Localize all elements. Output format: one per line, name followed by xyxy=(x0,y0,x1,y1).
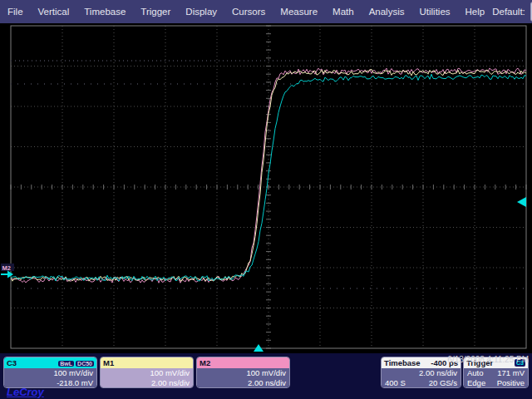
menu-items: FileVerticalTimebaseTriggerDisplayCursor… xyxy=(0,0,492,23)
datetime-label: 6/13/2008 4:11:25 PM xyxy=(447,355,529,364)
waveform-display: M2 xyxy=(0,23,532,353)
trace-c3 xyxy=(11,74,526,281)
menu-item-display[interactable]: Display xyxy=(178,0,224,23)
channel-m1-line1: 100 mV/div xyxy=(104,368,190,378)
menu-item-cursors[interactable]: Cursors xyxy=(224,0,273,23)
graticule xyxy=(11,26,526,348)
channel-descriptor-m1[interactable]: M1100 mV/div2.00 ns/div xyxy=(100,357,194,388)
channel-id-label: C3 xyxy=(7,358,17,367)
menu-item-math[interactable]: Math xyxy=(325,0,362,23)
timebase-scale: 2.00 ns/div xyxy=(385,368,457,378)
menu-right: Default: Undo ↶ xyxy=(492,2,532,22)
channel-badge-dc50: DC50 xyxy=(76,361,94,367)
channel-header-c3: C3BwLDC50 xyxy=(4,357,96,368)
channel-m2-line2: 2.00 ns/div xyxy=(200,378,286,388)
trigger-level: 171 mV xyxy=(497,368,525,378)
channel-descriptor-m2[interactable]: M2100 mV/div2.00 ns/div xyxy=(196,357,290,388)
trigger-type: Edge xyxy=(467,378,485,388)
menu-item-utilities[interactable]: Utilities xyxy=(411,0,457,23)
channel-badge-bwl: BwL xyxy=(58,361,74,367)
channel-c3-line1: 100 mV/div xyxy=(7,368,93,378)
channel-body-m1: 100 mV/div2.00 ns/div xyxy=(101,368,193,388)
menu-item-file[interactable]: File xyxy=(0,0,31,23)
menu-item-measure[interactable]: Measure xyxy=(273,0,325,23)
channel-header-m2: M2 xyxy=(197,357,289,368)
channel-header-m1: M1 xyxy=(101,357,193,368)
menu-item-vertical[interactable]: Vertical xyxy=(31,0,77,23)
channel-body-m2: 100 mV/div2.00 ns/div xyxy=(197,368,289,388)
channel-offset-marker-label: M2 xyxy=(2,264,11,272)
oscilloscope-app: FileVerticalTimebaseTriggerDisplayCursor… xyxy=(0,0,532,399)
channel-id-label: M2 xyxy=(200,358,210,367)
waveform-canvas: M2 xyxy=(0,23,532,353)
channel-id-label: M1 xyxy=(103,358,114,367)
channel-m2-line1: 100 mV/div xyxy=(200,368,286,378)
default-label: Default: xyxy=(492,7,525,17)
trigger-mode: Auto xyxy=(467,368,484,378)
menu-bar: FileVerticalTimebaseTriggerDisplayCursor… xyxy=(0,0,532,23)
channel-badges: BwLDC50 xyxy=(57,358,94,367)
timebase-samplerate: 20 GS/s xyxy=(429,378,457,388)
trigger-body: Auto 171 mV Edge Positive xyxy=(464,368,528,388)
menu-item-analysis[interactable]: Analysis xyxy=(362,0,412,23)
timebase-title: Timebase xyxy=(384,358,421,367)
trigger-level-marker-icon[interactable] xyxy=(517,197,526,207)
lecroy-logo: LeCroy xyxy=(7,386,44,398)
channel-descriptor-c3[interactable]: C3BwLDC50100 mV/div-218.0 mV xyxy=(3,357,97,388)
status-bar: C3BwLDC50100 mV/div-218.0 mVM1100 mV/div… xyxy=(0,353,532,399)
traces-layer xyxy=(11,68,526,283)
timebase-body: 2.00 ns/div 400 S 20 GS/s xyxy=(382,368,461,388)
menu-item-trigger[interactable]: Trigger xyxy=(133,0,178,23)
trigger-slope: Positive xyxy=(497,378,525,388)
menu-item-help[interactable]: Help xyxy=(458,0,493,23)
menu-item-timebase[interactable]: Timebase xyxy=(76,0,133,23)
channel-m1-line2: 2.00 ns/div xyxy=(104,378,190,388)
timebase-samples: 400 S xyxy=(385,378,406,388)
channel-offset-marker[interactable]: M2 xyxy=(1,264,14,278)
